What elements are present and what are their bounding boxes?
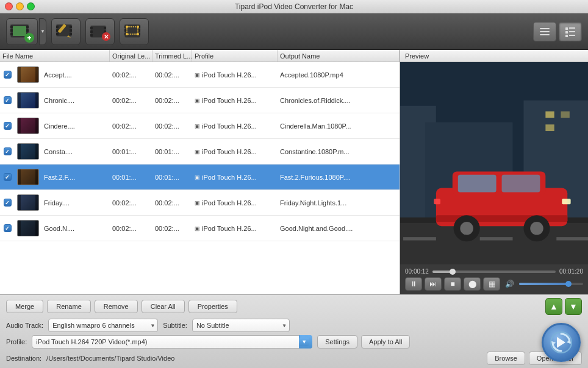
audio-track-select[interactable]: English wmapro 6 channels [48,319,158,332]
browse-button[interactable]: Browse [487,352,525,365]
row-checkbox[interactable] [4,96,12,104]
add-video-dropdown[interactable]: ▼ [39,18,46,45]
snapshot-button[interactable]: ⬤ [464,277,481,291]
next-frame-icon: ⏭ [429,280,437,288]
svg-rect-65 [400,221,588,264]
rename-button[interactable]: Rename [47,300,91,313]
row-output: Cinderella.Man.1080P... [278,122,400,130]
row-original: 00:02:... [110,199,152,207]
preview-video: PORSCHE FROM PORSCHE [400,62,588,264]
view-toggle [533,22,582,41]
row-profile: ▣iPod Touch H.26... [192,225,278,232]
titlebar: Tipard iPod Video Converter for Mac [0,0,588,13]
clear-all-button[interactable]: Clear All [142,300,185,313]
table-row[interactable]: Accept.... 00:02:... 00:02:... ▣iPod Tou… [0,62,400,88]
row-output: Good.Night.and.Good.... [278,225,400,232]
destination-row: Destination: /Users/test/Documents/Tipar… [6,352,582,365]
th-output: Output Name [278,50,400,62]
folder-button[interactable]: ▦ [483,277,500,291]
svg-rect-1 [10,26,13,28]
edit-button[interactable] [51,18,81,45]
destination-label: Destination: [6,355,41,362]
svg-rect-21 [90,27,93,29]
row-output: Friday.Night.Lights.1... [278,199,400,207]
row-profile: ▣iPod Touch H.26... [192,122,278,130]
list-view-button[interactable] [533,22,556,41]
profile-select[interactable]: iPod Touch H.264 720P Video(*.mp4) [32,335,312,349]
profile-icon: ▣ [195,72,200,78]
remove-button[interactable]: Remove [95,300,138,313]
row-checkbox[interactable] [4,122,12,130]
svg-rect-17 [70,33,72,35]
table-row[interactable]: Good.N.... 00:02:... 00:02:... ▣iPod Tou… [0,216,400,241]
row-checkbox[interactable] [4,224,12,232]
table-row[interactable]: Consta.... 00:01:... 00:01:... ▣iPod Tou… [0,139,400,165]
preview-controls: 00:00:12 00:01:20 ⏸ ⏭ ■ [400,264,588,294]
profile-row: Profile: iPod Touch H.264 720P Video(*.m… [6,335,582,349]
table-row[interactable]: Chronic.... 00:02:... 00:02:... ▣iPod To… [0,88,400,113]
row-checkbox[interactable] [4,173,12,181]
minimize-button[interactable] [16,2,24,10]
add-video-button[interactable] [6,18,38,45]
svg-rect-62 [545,124,554,131]
progress-thumb[interactable] [450,269,456,275]
svg-rect-23 [90,34,93,37]
row-thumbnail [17,169,39,185]
volume-thumb[interactable] [565,281,572,287]
svg-rect-76 [436,215,567,222]
svg-point-37 [126,26,128,28]
settings-button[interactable]: Settings [317,335,357,349]
maximize-button[interactable] [27,2,35,10]
progress-track[interactable] [432,271,556,273]
row-filename: Accept.... [41,71,110,79]
audio-track-selector: English wmapro 6 channels ▼ [48,319,158,332]
table-row[interactable]: Fast.2.F.... 00:01:... 00:01:... ▣iPod T… [0,165,400,190]
profile-icon: ▣ [195,123,200,129]
trim-button[interactable]: ✕ [85,18,115,45]
properties-button[interactable]: Properties [188,300,237,313]
svg-rect-15 [70,26,72,28]
svg-point-78 [460,222,473,235]
profile-icon: ▣ [195,200,200,206]
table-row[interactable]: Friday.... 00:02:... 00:02:... ▣iPod Tou… [0,190,400,216]
row-checkbox[interactable] [4,199,12,207]
svg-rect-69 [480,237,513,240]
row-checkbox[interactable] [4,71,12,79]
volume-icon: 🔊 [505,280,514,288]
volume-slider[interactable] [519,283,583,285]
svg-rect-3 [10,33,13,35]
table-row[interactable]: Cinderе.... 00:02:... 00:02:... ▣iPod To… [0,113,400,139]
profile-dropdown-button[interactable]: ▼ [299,335,312,349]
table-header: File Name Original Le... Trimmed L... Pr… [0,50,400,62]
row-filename: Friday.... [41,199,110,207]
row-trimmed: 00:01:... [152,148,192,155]
move-down-button[interactable]: ▼ [565,298,582,315]
row-profile: ▣iPod Touch H.26... [192,71,278,79]
close-button[interactable] [5,2,13,10]
row-trimmed: 00:02:... [152,122,192,130]
detail-view-button[interactable] [559,22,582,41]
row-trimmed: 00:02:... [152,97,192,104]
svg-rect-47 [569,31,575,32]
merge-button[interactable]: Merge [6,300,43,313]
svg-rect-68 [403,237,436,240]
stop-button[interactable]: ■ [444,277,461,291]
apply-to-all-button[interactable]: Apply to All [361,335,410,349]
bottom-bar: Merge Rename Remove Clear All Properties… [0,294,588,368]
crop-button[interactable] [120,18,149,45]
convert-button[interactable] [542,323,581,362]
row-checkbox[interactable] [4,147,12,155]
move-up-button[interactable]: ▲ [545,298,562,315]
next-frame-button[interactable]: ⏭ [425,277,442,291]
svg-rect-44 [565,27,568,30]
row-filename: Consta.... [41,148,110,155]
th-original: Original Le... [110,50,152,62]
th-profile: Profile [192,50,278,62]
profile-icon: ▣ [195,225,200,232]
svg-rect-43 [540,34,550,35]
subtitle-select[interactable]: No Subtitle [192,319,290,332]
pause-button[interactable]: ⏸ [405,277,422,291]
stop-icon: ■ [450,280,454,288]
audio-track-label: Audio Track: [6,322,43,329]
arrow-down-icon: ▼ [569,302,578,311]
